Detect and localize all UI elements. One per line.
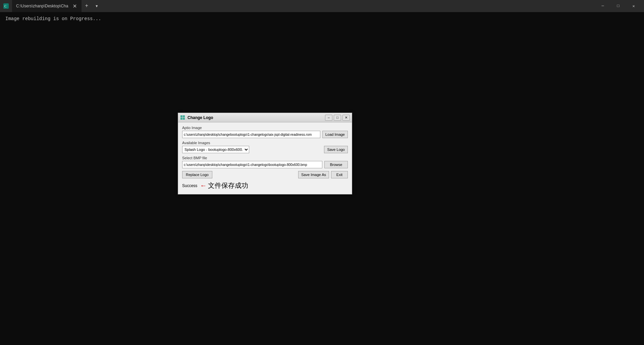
dialog-overlay: Change Logo – □ ✕ Aptio Image Load Image <box>0 12 644 345</box>
svg-rect-7 <box>183 118 185 120</box>
tab-area: C:\Users\zhanp\Desktop\Cha + ▾ <box>12 0 595 12</box>
select-bmp-label: Select BMP file <box>182 156 348 160</box>
tab-title: C:\Users\zhanp\Desktop\Cha <box>16 4 68 8</box>
status-row: Success ← 文件保存成功 <box>182 181 348 190</box>
dialog-minimize-button[interactable]: – <box>325 115 332 121</box>
aptio-image-row: Load Image <box>182 131 348 138</box>
load-image-button[interactable]: Load Image <box>322 131 348 138</box>
available-images-row: Splash Logo - bootuplogo-800x600.bmp Sav… <box>182 146 348 153</box>
terminal-area: Image rebuilding is on Progress... Chang… <box>0 12 644 345</box>
exit-button[interactable]: Exit <box>331 171 348 178</box>
svg-rect-6 <box>180 118 182 120</box>
svg-rect-4 <box>180 115 182 117</box>
close-button[interactable]: ✕ <box>626 0 641 12</box>
red-arrow-icon: ← <box>200 182 207 189</box>
bmp-file-input[interactable] <box>182 161 322 168</box>
save-logo-button[interactable]: Save Logo <box>324 146 348 153</box>
dialog-maximize-button[interactable]: □ <box>334 115 341 121</box>
tab-close-button[interactable] <box>72 3 77 9</box>
terminal-output-line1: Image rebuilding is on Progress... <box>5 16 639 21</box>
action-row: Replace Logo Save Image As Exit <box>182 171 348 178</box>
replace-logo-button[interactable]: Replace Logo <box>182 171 212 178</box>
annotation: ← 文件保存成功 <box>200 181 248 190</box>
annotation-text: 文件保存成功 <box>208 181 248 190</box>
browse-button[interactable]: Browse <box>324 161 348 168</box>
dialog-close-button[interactable]: ✕ <box>342 115 350 121</box>
title-bar: C C:\Users\zhanp\Desktop\Cha + ▾ — □ ✕ <box>0 0 644 12</box>
dialog-title: Change Logo <box>187 115 324 120</box>
dialog-body: Aptio Image Load Image Available Images … <box>178 122 352 194</box>
dialog-title-bar: Change Logo – □ ✕ <box>178 113 352 122</box>
new-tab-button[interactable]: + <box>82 0 92 12</box>
bmp-file-row: Browse <box>182 161 348 168</box>
svg-rect-5 <box>183 115 185 117</box>
aptio-image-section: Aptio Image Load Image <box>182 126 348 138</box>
tab-dropdown-button[interactable]: ▾ <box>92 0 102 12</box>
svg-text:C: C <box>4 4 7 8</box>
aptio-image-input[interactable] <box>182 131 320 138</box>
dialog-icon <box>180 115 185 120</box>
minimize-button[interactable]: — <box>595 0 610 12</box>
save-image-as-button[interactable]: Save Image As <box>298 171 329 178</box>
status-label: Success <box>182 183 197 188</box>
maximize-button[interactable]: □ <box>610 0 626 12</box>
change-logo-dialog: Change Logo – □ ✕ Aptio Image Load Image <box>178 113 352 194</box>
select-bmp-section: Select BMP file Browse <box>182 156 348 168</box>
available-images-label: Available Images <box>182 141 348 145</box>
app-icon: C <box>3 3 9 9</box>
available-images-section: Available Images Splash Logo - bootuplog… <box>182 141 348 153</box>
available-images-dropdown[interactable]: Splash Logo - bootuplogo-800x600.bmp <box>182 146 249 153</box>
window-controls: — □ ✕ <box>595 0 641 12</box>
active-tab[interactable]: C:\Users\zhanp\Desktop\Cha <box>12 0 82 12</box>
aptio-image-label: Aptio Image <box>182 126 348 130</box>
